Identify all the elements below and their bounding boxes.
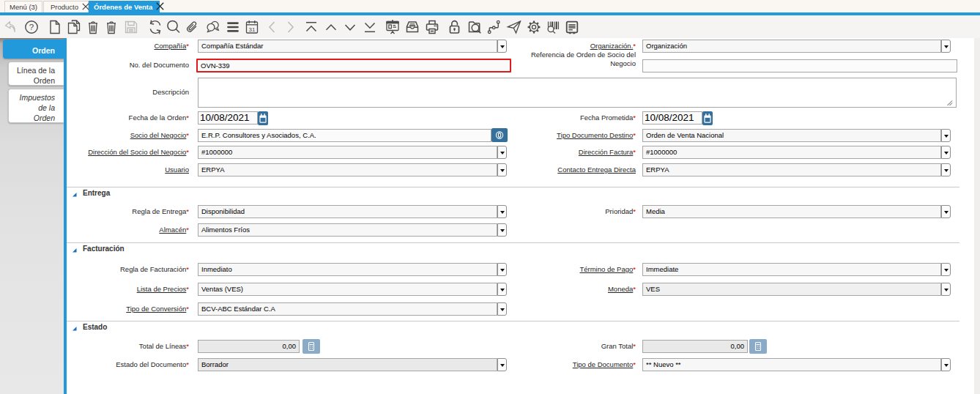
svg-text:?: ? xyxy=(29,23,34,31)
svg-text:31: 31 xyxy=(249,26,256,33)
